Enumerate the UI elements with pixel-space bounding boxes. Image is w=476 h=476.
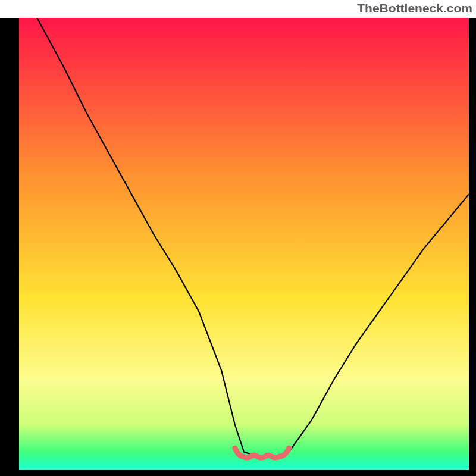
- chart-plot: [0, 18, 476, 476]
- chart-frame: TheBottleneck.com: [0, 0, 476, 476]
- watermark-text: TheBottleneck.com: [0, 0, 476, 18]
- axis-bottom-mask: [0, 470, 476, 476]
- gradient-background: [19, 18, 469, 470]
- chart-svg: [0, 18, 476, 476]
- axis-right-mask: [469, 18, 476, 476]
- axis-left-mask: [0, 18, 19, 476]
